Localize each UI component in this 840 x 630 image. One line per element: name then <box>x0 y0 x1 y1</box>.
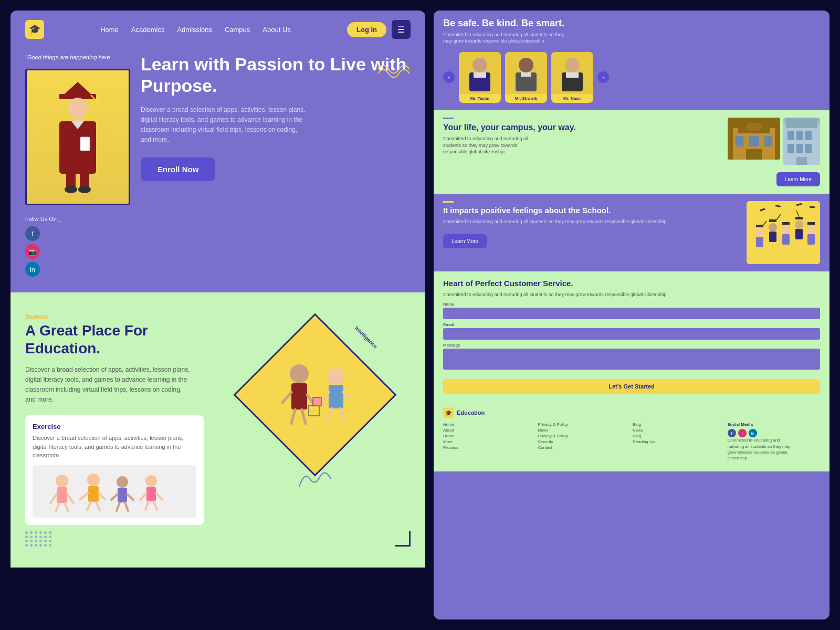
svg-rect-13 <box>57 487 67 503</box>
svg-rect-64 <box>749 136 759 146</box>
nav-actions: Log In ☰ <box>347 20 411 39</box>
facebook-icon[interactable]: f <box>25 226 40 241</box>
feelings-learn-more-button[interactable]: Learn More <box>443 234 487 248</box>
footer-link-home2[interactable]: Home <box>443 434 536 438</box>
students-section: Students A Great Place For Education. Di… <box>10 292 425 567</box>
footer-logo: 🎓 <box>443 407 454 418</box>
feelings-title: It imparts positive feelings about the S… <box>443 206 740 215</box>
campus-img-2 <box>783 118 820 165</box>
teacher-card-1: Mr. Tasim <box>459 52 501 103</box>
message-input[interactable] <box>443 349 820 370</box>
footer-section: 🎓 Education Home About Home More Process… <box>434 401 830 471</box>
svg-rect-71 <box>805 131 812 140</box>
footer-link-reading[interactable]: Reading Up <box>633 439 726 444</box>
svg-line-27 <box>127 494 133 500</box>
hero-image <box>25 69 130 205</box>
campus-indicator <box>443 118 454 119</box>
nav-admissions[interactable]: Admissions <box>177 26 212 34</box>
footer-link-home[interactable]: Home <box>443 422 536 427</box>
exercise-title: Exercise <box>33 423 196 430</box>
teacher-photo-2 <box>505 52 547 94</box>
footer-col-1: Home About Home More Process <box>443 422 536 461</box>
teacher-3-svg <box>556 55 588 91</box>
rp-top-banner: Be safe. Be kind. Be smart. Committed to… <box>434 10 830 52</box>
corner-brackets <box>379 515 411 547</box>
feelings-left: It imparts positive feelings about the S… <box>443 201 740 264</box>
footer-link-about[interactable]: About <box>443 428 536 433</box>
svg-rect-31 <box>146 487 156 501</box>
diamond-label: Intelligence <box>354 326 379 350</box>
svg-rect-78 <box>756 237 763 247</box>
nav-about[interactable]: About Us <box>262 26 290 34</box>
footer-grid: Home About Home More Process Privacy & P… <box>443 422 820 461</box>
left-panel: 🎓 Home Academics Admissions Campus About… <box>10 10 425 620</box>
teacher-name-1: Mr. Tasim <box>459 94 501 103</box>
students-title: A Great Place For Education. <box>25 322 204 357</box>
footer-link-blog2[interactable]: Blog <box>633 434 726 438</box>
svg-line-17 <box>65 503 68 511</box>
svg-line-29 <box>125 502 128 511</box>
building-2-svg <box>783 118 820 165</box>
exercise-image <box>33 465 196 518</box>
svg-line-41 <box>302 410 306 424</box>
svg-point-24 <box>117 476 128 488</box>
svg-marker-90 <box>795 217 803 219</box>
nav-home[interactable]: Home <box>100 26 119 34</box>
instagram-icon[interactable]: 📷 <box>25 244 40 259</box>
students-label: Students <box>25 313 204 320</box>
prev-teacher-button[interactable]: ‹ <box>443 71 455 83</box>
footer-ig-icon[interactable]: t <box>738 429 747 437</box>
feelings-desc: Committed to educating and nurturing all… <box>443 218 740 225</box>
svg-rect-25 <box>118 488 127 502</box>
footer-social-title: Social Media <box>728 422 821 427</box>
footer-link-blog[interactable]: Blog <box>633 422 726 427</box>
footer-link-contact[interactable]: Contact <box>538 445 631 450</box>
get-started-button[interactable]: Let's Get Started <box>443 379 820 394</box>
campus-learn-more-button[interactable]: Learn More <box>776 172 820 186</box>
feelings-right <box>747 201 820 264</box>
students-desc: Discover a broad selection of apps, acti… <box>25 365 193 405</box>
footer-link-news2[interactable]: News <box>633 428 726 433</box>
svg-rect-72 <box>788 144 794 153</box>
footer-li-icon[interactable]: in <box>749 429 757 437</box>
svg-line-28 <box>117 502 120 511</box>
teacher-card-2: Mr. Sho aib <box>505 52 547 103</box>
svg-rect-7 <box>80 137 90 151</box>
campus-desc: Committed to educating and nurturing all… <box>443 135 538 155</box>
diamond-container: Intelligence <box>249 329 381 460</box>
linkedin-icon[interactable]: in <box>25 262 40 277</box>
footer-link-more[interactable]: More <box>443 439 536 444</box>
logo[interactable]: 🎓 <box>25 20 44 39</box>
wave-decoration <box>378 59 410 80</box>
social-links: Follw Us On _ f 📷 in <box>25 216 130 277</box>
login-button[interactable]: Log In <box>347 22 386 37</box>
svg-point-36 <box>290 364 309 383</box>
hero-title: Learn with Passion to Live with Purpose. <box>141 54 411 97</box>
svg-marker-94 <box>807 222 815 225</box>
nav-campus[interactable]: Campus <box>225 26 250 34</box>
footer-link-privacy[interactable]: Privacy & Policy <box>538 422 631 427</box>
svg-rect-48 <box>309 405 319 416</box>
svg-rect-49 <box>313 397 321 406</box>
footer-link-news[interactable]: News <box>538 428 631 433</box>
next-teacher-button[interactable]: › <box>597 71 609 83</box>
right-panel: Be safe. Be kind. Be smart. Committed to… <box>434 10 830 620</box>
message-label: Message <box>443 343 820 348</box>
svg-rect-37 <box>291 383 307 410</box>
nav-academics[interactable]: Academics <box>131 26 165 34</box>
svg-rect-63 <box>736 136 743 146</box>
footer-fb-icon[interactable]: f <box>728 429 736 437</box>
svg-rect-55 <box>521 72 531 77</box>
graduate-svg <box>49 79 107 195</box>
footer-col-3: Blog News Blog Reading Up <box>633 422 726 461</box>
campus-section: Your life, your campus, your way. Commit… <box>434 110 830 194</box>
svg-line-21 <box>99 493 105 499</box>
menu-button[interactable]: ☰ <box>392 20 411 39</box>
email-input[interactable] <box>443 328 820 340</box>
footer-link-security[interactable]: Security <box>538 439 631 444</box>
name-input[interactable] <box>443 308 820 319</box>
footer-link-process[interactable]: Process <box>443 445 536 450</box>
teacher-name-3: Mr. Nasir <box>551 94 593 103</box>
footer-link-privacy2[interactable]: Privacy & Policy <box>538 434 631 438</box>
svg-point-88 <box>795 220 803 229</box>
